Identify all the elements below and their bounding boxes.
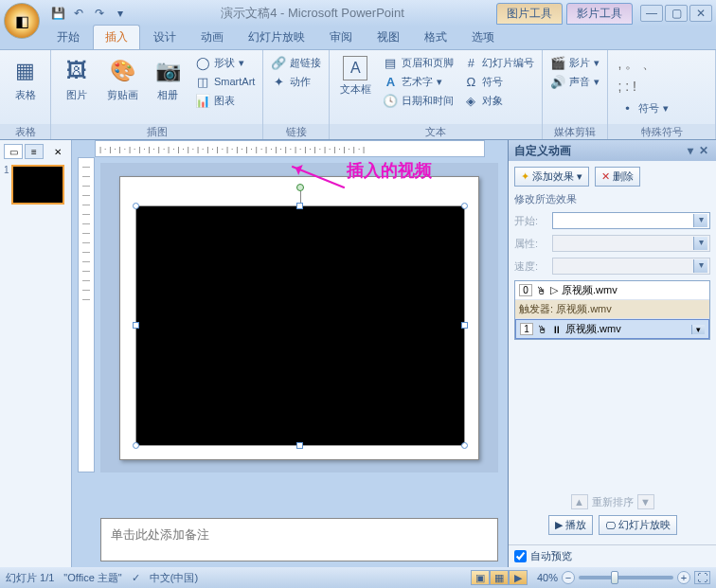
hyperlink-button[interactable]: 🔗超链接: [269, 54, 323, 71]
album-icon: 📷: [152, 56, 183, 86]
headerfooter-button[interactable]: ▤页眉和页脚: [381, 54, 456, 71]
qat-more-icon[interactable]: ▾: [112, 5, 129, 22]
slide-panel[interactable]: ▭ ≡ ✕ 1: [0, 140, 72, 567]
symbol-button[interactable]: Ω符号: [461, 73, 536, 90]
resize-handle[interactable]: [133, 203, 139, 209]
outline-tab-icon[interactable]: ≡: [25, 144, 44, 159]
office-button[interactable]: ◧: [4, 3, 40, 39]
panel-close-icon[interactable]: ✕: [48, 144, 67, 159]
datetime-icon: 🕓: [383, 93, 398, 108]
animation-list[interactable]: 0 🖱 ▷ 原视频.wmv 触发器: 原视频.wmv 1 🖱 ⏸ 原视频.wmv…: [514, 280, 710, 340]
mouse-icon: 🖱: [536, 285, 546, 296]
symbol-icon: Ω: [463, 74, 478, 89]
rotate-handle[interactable]: [296, 184, 304, 191]
slideshow-button[interactable]: 🖵 幻灯片放映: [599, 515, 677, 535]
special-symbol-button[interactable]: •符号 ▾: [618, 99, 671, 116]
notes-pane[interactable]: 单击此处添加备注: [100, 518, 498, 561]
album-button[interactable]: 📷相册: [148, 54, 188, 104]
tab-options[interactable]: 选项: [460, 26, 506, 49]
slide-thumbnail[interactable]: 1: [4, 165, 67, 205]
annotation-label: 插入的视频: [347, 159, 432, 182]
status-lang[interactable]: 中文(中国): [150, 571, 198, 585]
picture-tools-tab[interactable]: 图片工具: [496, 3, 563, 25]
taskpane-close-icon[interactable]: ✕: [697, 144, 710, 157]
smartart-icon: ◫: [195, 74, 210, 89]
chart-button[interactable]: 📊图表: [193, 92, 257, 109]
wordart-button[interactable]: A艺术字 ▾: [381, 73, 456, 90]
headerfooter-icon: ▤: [383, 55, 398, 70]
property-combo: [552, 235, 710, 252]
shapes-button[interactable]: ◯形状 ▾: [193, 54, 257, 71]
zoom-slider[interactable]: [579, 576, 673, 579]
undo-icon[interactable]: ↶: [70, 5, 87, 22]
tab-view[interactable]: 视图: [366, 26, 411, 49]
save-icon[interactable]: 💾: [49, 5, 66, 22]
object-button[interactable]: ◈对象: [461, 92, 536, 109]
horizontal-ruler: |·|·|·|·|·|·|·|·|·|·|·|·|·|·|·|·|·|·|·|·…: [95, 140, 485, 157]
sorter-view-icon[interactable]: ▦: [490, 570, 509, 585]
reorder-up-icon[interactable]: ▲: [571, 494, 588, 509]
slides-tab-icon[interactable]: ▭: [4, 144, 23, 159]
maximize-icon[interactable]: ▢: [665, 5, 688, 22]
action-button[interactable]: ✦动作: [269, 73, 323, 90]
redo-icon[interactable]: ↷: [91, 5, 108, 22]
hyperlink-icon: 🔗: [271, 55, 286, 70]
sound-icon: 🔊: [550, 74, 565, 89]
textbox-button[interactable]: A文本框: [335, 54, 375, 98]
picture-button[interactable]: 🖼图片: [57, 54, 97, 104]
movie-button[interactable]: 🎬影片 ▾: [548, 54, 601, 71]
textbox-icon: A: [343, 56, 367, 80]
resize-handle[interactable]: [133, 322, 139, 329]
spellcheck-icon[interactable]: ✓: [132, 572, 140, 584]
picture-icon: 🖼: [62, 56, 92, 86]
tab-slideshow[interactable]: 幻灯片放映: [237, 26, 316, 49]
tab-insert[interactable]: 插入: [93, 25, 140, 49]
remove-effect-button[interactable]: ✕删除: [595, 167, 640, 187]
autopreview-checkbox[interactable]: [514, 550, 527, 562]
video-object[interactable]: [135, 205, 465, 446]
minimize-icon[interactable]: —: [640, 5, 663, 22]
smartart-button[interactable]: ◫SmartArt: [193, 73, 257, 90]
tab-design[interactable]: 设计: [142, 26, 188, 49]
slideshow-view-icon[interactable]: ▶: [509, 570, 528, 585]
table-button[interactable]: ▦ 表格: [6, 54, 45, 104]
tab-review[interactable]: 审阅: [318, 26, 364, 49]
play-icon: ▷: [550, 284, 558, 296]
tab-animation[interactable]: 动画: [189, 26, 235, 49]
play-button[interactable]: ▶ 播放: [548, 515, 593, 535]
tab-home[interactable]: 开始: [45, 26, 91, 49]
tab-format[interactable]: 格式: [413, 26, 458, 49]
zoom-thumb[interactable]: [611, 571, 618, 584]
resize-handle[interactable]: [461, 203, 468, 209]
object-icon: ◈: [463, 93, 478, 108]
close-icon[interactable]: ✕: [689, 5, 712, 22]
slidenum-button[interactable]: #幻灯片编号: [461, 54, 536, 71]
group-links: 链接: [263, 124, 329, 139]
trigger-row: 触发器: 原视频.wmv: [515, 300, 709, 319]
taskpane-menu-icon[interactable]: ▾: [684, 144, 697, 157]
dot-icon: •: [619, 100, 635, 116]
start-combo[interactable]: [552, 212, 710, 229]
animation-item[interactable]: 0 🖱 ▷ 原视频.wmv: [515, 281, 709, 300]
movie-tools-tab[interactable]: 影片工具: [566, 3, 633, 25]
item-menu-icon[interactable]: ▾: [691, 325, 705, 334]
zoom-level[interactable]: 40%: [537, 572, 558, 583]
special-row1[interactable]: , 。 、: [618, 56, 671, 73]
resize-handle[interactable]: [133, 442, 139, 449]
clipart-button[interactable]: 🎨剪贴画: [102, 54, 142, 104]
resize-handle[interactable]: [461, 442, 468, 449]
resize-handle[interactable]: [461, 322, 468, 329]
normal-view-icon[interactable]: ▣: [471, 570, 490, 585]
datetime-button[interactable]: 🕓日期和时间: [381, 92, 456, 109]
resize-handle[interactable]: [296, 203, 303, 209]
zoom-in-icon[interactable]: +: [677, 571, 690, 584]
add-effect-button[interactable]: ✦添加效果 ▾: [514, 167, 589, 187]
fit-window-icon[interactable]: ⛶: [694, 571, 710, 584]
animation-item[interactable]: 1 🖱 ⏸ 原视频.wmv ▾: [515, 319, 709, 339]
reorder-down-icon[interactable]: ▼: [637, 494, 654, 509]
special-row2[interactable]: ; : !: [618, 79, 671, 94]
slide-canvas[interactable]: [119, 176, 479, 460]
sound-button[interactable]: 🔊声音 ▾: [548, 73, 601, 90]
zoom-out-icon[interactable]: −: [562, 571, 575, 584]
resize-handle[interactable]: [296, 442, 303, 449]
